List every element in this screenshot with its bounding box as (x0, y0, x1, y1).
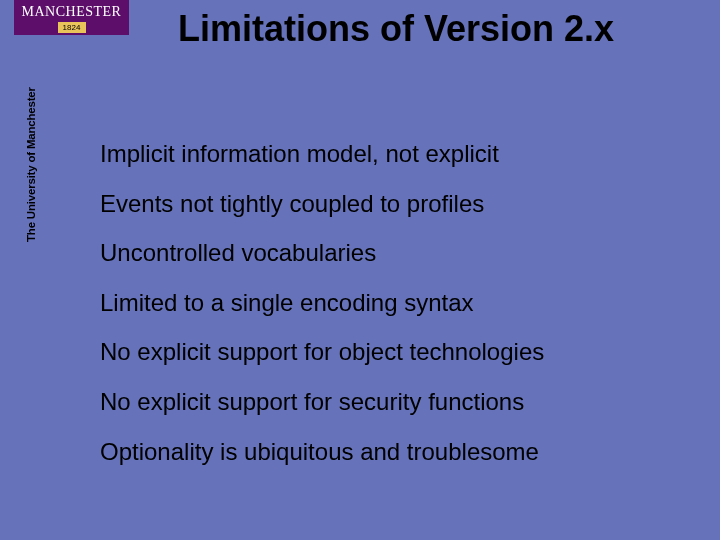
bullet-item: Optionality is ubiquitous and troublesom… (100, 438, 680, 466)
logo-year-badge: 1824 (58, 22, 86, 33)
slide-title: Limitations of Version 2.x (178, 8, 614, 50)
bullet-item: Implicit information model, not explicit (100, 140, 680, 168)
bullet-item: No explicit support for security functio… (100, 388, 680, 416)
bullet-item: Events not tightly coupled to profiles (100, 190, 680, 218)
logo-box: MANCHESTER 1824 (14, 0, 129, 35)
bullet-item: No explicit support for object technolog… (100, 338, 680, 366)
slide: MANCHESTER 1824 The University of Manche… (0, 0, 720, 540)
university-name-text: The University of Manchester (25, 92, 37, 242)
bullet-item: Uncontrolled vocabularies (100, 239, 680, 267)
bullet-item: Limited to a single encoding syntax (100, 289, 680, 317)
logo-wordmark: MANCHESTER (14, 4, 129, 20)
slide-body: Implicit information model, not explicit… (100, 140, 680, 487)
university-logo: MANCHESTER 1824 (14, 0, 129, 35)
